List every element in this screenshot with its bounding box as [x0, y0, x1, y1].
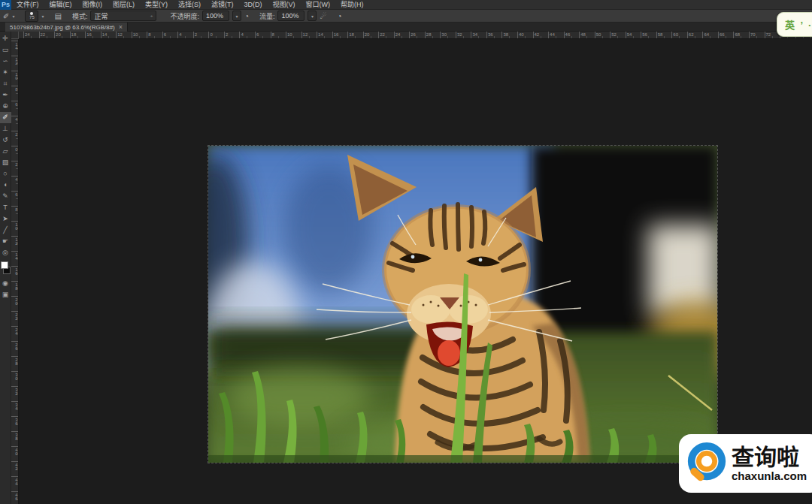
clone-stamp-tool[interactable]: ⊥	[0, 123, 11, 134]
ruler-tick: 34	[11, 401, 19, 416]
airbrush-icon[interactable]: ☄	[320, 11, 326, 22]
screen-mode-button[interactable]: ▣	[0, 289, 11, 300]
tool-icon: ○	[3, 168, 7, 180]
menu-item[interactable]: 3D(D)	[239, 0, 268, 10]
ruler-tick: 52	[610, 32, 626, 39]
ruler-tick: 0	[208, 32, 224, 39]
blur-tool[interactable]: ○	[0, 168, 11, 180]
brush-tool[interactable]: ✐	[0, 112, 11, 123]
ime-status-bar[interactable]: 英 ’ ·	[777, 12, 812, 37]
document-tab[interactable]: 51079863b24b7.jpg @ 63.6%(RGB/8#) ×	[5, 23, 128, 32]
ruler-tick: 12	[11, 56, 19, 71]
ruler-tick: 66	[718, 32, 734, 39]
ruler-tick: 42	[533, 32, 549, 39]
close-tab-icon[interactable]: ×	[119, 23, 123, 31]
brush-tool-icon[interactable]: ✐	[3, 11, 9, 22]
ruler-tick: 34	[471, 32, 486, 39]
eraser-tool[interactable]: ▱	[0, 146, 11, 157]
dodge-tool[interactable]: ◖	[0, 180, 11, 191]
gradient-tool[interactable]: ▧	[0, 157, 11, 168]
ruler-tick: 54	[626, 32, 641, 39]
menu-item[interactable]: 窗口(W)	[301, 0, 336, 10]
ruler-tick: 22	[378, 32, 394, 39]
ime-mode-text: 英 ’ ·	[785, 17, 812, 32]
color-swatches[interactable]	[0, 261, 11, 278]
ruler-tick: 8	[11, 206, 19, 221]
ruler-tick: 14	[317, 32, 332, 39]
menu-item[interactable]: 类型(Y)	[140, 0, 173, 10]
ruler-tick: 58	[656, 32, 672, 39]
ruler-tick: 38	[501, 32, 517, 39]
menu-item[interactable]: 帮助(H)	[335, 0, 369, 10]
move-tool[interactable]: ✛	[0, 33, 11, 44]
flow-select[interactable]: 100%	[277, 11, 304, 21]
ruler-tick: 14	[101, 32, 117, 39]
ruler-tick: 70	[749, 32, 765, 39]
tool-icon: ◉	[2, 278, 8, 289]
line-shape-tool[interactable]: ╱	[0, 225, 11, 236]
menu-item[interactable]: 视图(V)	[268, 0, 301, 10]
chaxunla-logo-icon	[685, 442, 729, 485]
hand-tool[interactable]: ☛	[0, 236, 11, 247]
document-title: 51079863b24b7.jpg @ 63.6%(RGB/8#)	[10, 24, 115, 31]
ruler-tick: 16	[11, 266, 19, 281]
tool-icon: T	[3, 202, 8, 213]
history-brush-tool[interactable]: ↺	[0, 134, 11, 146]
flow-caret-icon: ▾	[311, 14, 314, 19]
ruler-tick: 6	[11, 101, 19, 116]
ruler-tick: 6	[255, 32, 271, 39]
tool-icon: ➤	[2, 213, 8, 225]
eyedropper-tool[interactable]: ✒	[0, 89, 11, 101]
path-selection-tool[interactable]: ➤	[0, 213, 11, 225]
tool-icon: ▧	[2, 157, 9, 168]
pressure-opacity-icon[interactable]: ◔	[244, 11, 249, 22]
ruler-tick: 2	[224, 32, 240, 39]
ruler-tick: 16	[85, 32, 101, 39]
tool-icon: ⌗	[3, 78, 7, 89]
tool-icon: ╱	[3, 225, 7, 236]
crop-tool[interactable]: ⌗	[0, 78, 11, 89]
ruler-tick: 44	[548, 32, 564, 39]
ruler-tick: 30	[11, 371, 19, 386]
open-image-kitten-photo[interactable]	[208, 146, 717, 463]
flow-caret-button[interactable]: ▾	[308, 11, 317, 21]
toggle-brush-panel-icon[interactable]: ▤	[54, 11, 61, 22]
menu-item[interactable]: 图层(L)	[108, 0, 140, 10]
menu-item[interactable]: 文件(F)	[11, 0, 44, 10]
ruler-tick: 32	[456, 32, 471, 39]
ruler-origin-corner[interactable]	[11, 32, 19, 39]
menu-item[interactable]: 图像(I)	[77, 0, 108, 10]
chaxunla-watermark: 查询啦 chaxunla.com	[679, 434, 812, 493]
ruler-tick: 6	[162, 32, 178, 39]
quick-mask-button[interactable]: ◉	[0, 278, 11, 289]
tool-icon: ▱	[3, 146, 8, 157]
tool-preset-caret-icon[interactable]: ▾	[12, 14, 14, 19]
menu-item[interactable]: 选择(S)	[173, 0, 206, 10]
ruler-tick: 62	[687, 32, 703, 39]
opacity-caret-button[interactable]: ▾	[232, 11, 241, 21]
ruler-tick: 10	[132, 32, 147, 39]
ruler-tick: 8	[11, 86, 19, 101]
opacity-select[interactable]: 100%	[202, 11, 229, 21]
pen-tool[interactable]: ✎	[0, 191, 11, 202]
horizontal-ruler[interactable]: 2422201816141210864202468101214161820222…	[19, 32, 812, 39]
menu-item[interactable]: 编辑(E)	[44, 0, 77, 10]
brush-preset-caret-icon[interactable]: ▾	[41, 14, 44, 19]
tool-icon: ☛	[2, 236, 8, 247]
ruler-tick: 68	[733, 32, 749, 39]
type-tool[interactable]: T	[0, 202, 11, 213]
vertical-ruler[interactable]: 1412108642024681012141618202224262830323…	[11, 39, 19, 504]
photoshop-logo[interactable]: Ps	[0, 0, 11, 10]
pressure-size-icon[interactable]: ◔	[337, 11, 341, 22]
ruler-tick: 2	[11, 161, 19, 176]
quick-selection-tool[interactable]: ✶	[0, 67, 11, 78]
spot-healing-brush-tool[interactable]: ⊕	[0, 101, 11, 112]
lasso-tool[interactable]: ∽	[0, 56, 11, 67]
blend-mode-select[interactable]: 正常 ÷	[90, 11, 156, 21]
brush-preset-picker[interactable]: 75	[25, 11, 38, 22]
rectangular-marquee-tool[interactable]: ▭	[0, 44, 11, 56]
zoom-tool[interactable]: ◎	[0, 247, 11, 258]
menu-item[interactable]: 滤镜(T)	[206, 0, 239, 10]
ruler-tick: 42	[11, 461, 19, 476]
foreground-color-swatch[interactable]	[1, 261, 8, 269]
